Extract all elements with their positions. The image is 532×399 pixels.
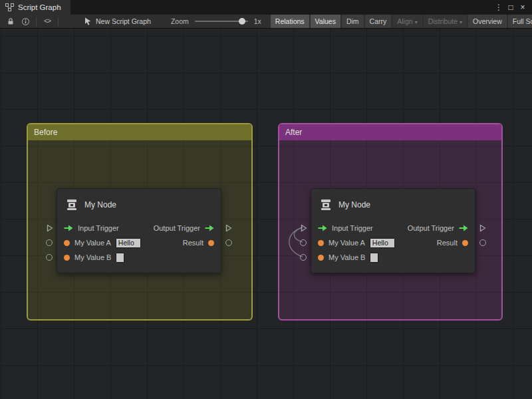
outer-flow-out-port[interactable] — [479, 224, 486, 232]
carry-button[interactable]: Carry — [365, 15, 392, 29]
value-a-label: My Value A — [74, 239, 111, 247]
node-machine-icon — [319, 198, 332, 211]
value-b-port-icon[interactable] — [318, 255, 324, 261]
input-trigger-label: Input Trigger — [332, 224, 373, 232]
menu-icon[interactable]: ⋮ — [493, 3, 504, 12]
node-row-trigger: Input Trigger Output Trigger — [57, 221, 221, 235]
outer-value-a-port[interactable] — [300, 239, 307, 246]
value-a-label: My Value A — [329, 239, 365, 247]
value-a-input[interactable] — [370, 238, 395, 248]
zoom-value: 1x — [254, 17, 261, 25]
result-label: Result — [183, 239, 203, 247]
result-port-icon[interactable] — [208, 240, 214, 246]
value-a-port-icon[interactable] — [318, 240, 324, 246]
outer-value-a-port[interactable] — [46, 239, 53, 246]
node-row-value-a: My Value A Result — [57, 235, 221, 250]
group-title: Before — [34, 128, 57, 137]
node-title: My Node — [338, 200, 370, 209]
maximize-icon[interactable]: □ — [505, 3, 516, 12]
info-icon[interactable] — [18, 15, 33, 28]
zoom-control: Zoom 1x — [171, 17, 261, 25]
zoom-slider-handle[interactable] — [239, 18, 245, 25]
flow-in-port-icon[interactable] — [64, 225, 73, 231]
outer-value-b-port[interactable] — [46, 254, 53, 261]
result-port-icon[interactable] — [462, 240, 468, 246]
flow-in-port-icon[interactable] — [318, 225, 327, 231]
outer-value-b-port[interactable] — [300, 254, 307, 261]
chevron-down-icon: ▾ — [415, 19, 418, 25]
value-a-port-icon[interactable] — [64, 240, 70, 246]
value-a-input[interactable] — [116, 238, 141, 248]
node-row-trigger: Input Trigger Output Trigger — [311, 221, 475, 235]
relations-button[interactable]: Relations — [271, 15, 309, 29]
graph-name-breadcrumb[interactable]: New Script Graph — [84, 17, 151, 25]
toolbar-separator — [58, 17, 59, 26]
outer-result-port[interactable] — [479, 239, 486, 246]
graph-name-label: New Script Graph — [96, 17, 151, 25]
window-controls: ⋮ □ × — [493, 0, 532, 15]
group-title: After — [285, 128, 302, 137]
flow-out-port-icon[interactable] — [205, 225, 214, 231]
node-row-value-a: My Value A Result — [311, 235, 475, 250]
node-machine-icon — [65, 198, 78, 211]
group-before-header[interactable]: Before — [28, 124, 251, 140]
tab-bar: Script Graph ⋮ □ × — [0, 0, 532, 15]
tab-script-graph[interactable]: Script Graph — [0, 0, 70, 15]
overview-button[interactable]: Overview — [468, 15, 507, 29]
outer-flow-out-port[interactable] — [225, 224, 232, 232]
script-graph-icon — [5, 3, 14, 11]
outer-flow-in-port[interactable] — [300, 224, 307, 232]
toolbar-separator — [36, 17, 37, 26]
value-b-input[interactable] — [116, 253, 124, 263]
node-header[interactable]: My Node — [311, 189, 475, 221]
node-row-value-b: My Value B — [57, 250, 221, 265]
outer-result-port[interactable] — [225, 239, 232, 246]
value-b-port-icon[interactable] — [64, 255, 70, 261]
output-trigger-label: Output Trigger — [154, 224, 200, 232]
flow-out-port-icon[interactable] — [459, 225, 468, 231]
node-my-node-before[interactable]: My Node Input Trigger Output Trigger — [57, 188, 221, 273]
fullscreen-button[interactable]: Full Scr — [508, 15, 532, 29]
value-b-label: My Value B — [329, 253, 365, 261]
chevron-down-icon: ▾ — [460, 19, 462, 25]
result-label: Result — [437, 239, 458, 247]
distribute-button: Distribute▾ — [424, 15, 467, 29]
output-trigger-label: Output Trigger — [408, 224, 454, 232]
tab-title: Script Graph — [18, 3, 61, 11]
values-button[interactable]: Values — [311, 15, 340, 29]
dim-button[interactable]: Dim — [342, 15, 364, 29]
zoom-slider[interactable] — [195, 21, 248, 22]
group-after-header[interactable]: After — [279, 124, 501, 140]
node-title: My Node — [84, 200, 116, 209]
lock-icon[interactable] — [3, 15, 18, 28]
zoom-label: Zoom — [171, 17, 189, 25]
pointer-icon — [84, 17, 92, 25]
node-header[interactable]: My Node — [57, 189, 221, 221]
align-button: Align▾ — [392, 15, 422, 29]
close-icon[interactable]: × — [517, 3, 528, 12]
node-row-value-b: My Value B — [311, 250, 475, 265]
toolbar-buttons: Relations Values Dim Carry Align▾ Distri… — [271, 15, 532, 29]
outer-flow-in-port[interactable] — [46, 224, 53, 232]
toolbar: <> New Script Graph Zoom 1x Relations Va… — [0, 15, 532, 29]
value-b-label: My Value B — [74, 253, 111, 261]
value-b-input[interactable] — [370, 253, 378, 263]
node-my-node-after[interactable]: My Node Input Trigger Output Trigger — [311, 188, 475, 273]
code-view-icon[interactable]: <> — [40, 15, 55, 28]
script-graph-window: Script Graph ⋮ □ × <> — [0, 0, 532, 399]
input-trigger-label: Input Trigger — [78, 224, 119, 232]
